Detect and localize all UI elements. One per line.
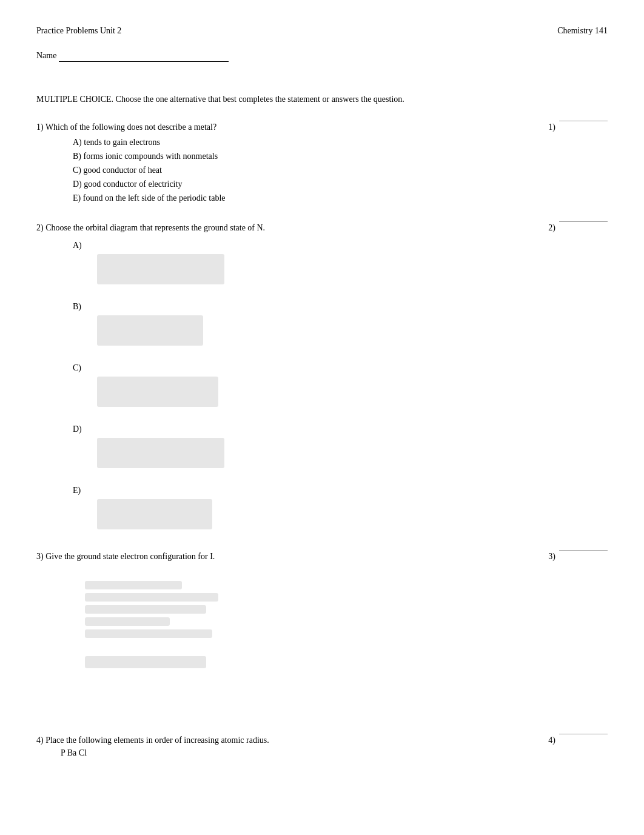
header-right: Chemistry 141: [557, 24, 608, 37]
answer-line-blur-3: [85, 605, 206, 614]
orbital-image-b: [97, 315, 203, 346]
name-underline[interactable]: [59, 61, 229, 62]
instruction: MULTIPLE CHOICE. Choose the one alternat…: [36, 93, 608, 106]
orbital-label-e: E): [73, 484, 608, 497]
question-4-subtext: P Ba Cl: [61, 748, 87, 757]
option-1b: B) forms ionic compounds with nonmetals: [73, 150, 608, 163]
question-3-header: 3) Give the ground state electron config…: [36, 550, 608, 563]
name-label: Name: [36, 51, 56, 60]
answer-content-block: [85, 581, 608, 638]
answer-line-blur-4: [85, 617, 170, 626]
question-3: 3) Give the ground state electron config…: [36, 550, 608, 668]
answer-line-2: [559, 221, 608, 222]
header-left: Practice Problems Unit 2: [36, 24, 121, 37]
spacer: [36, 685, 608, 722]
orbital-option-e: E): [73, 484, 608, 533]
question-1-header: 1) Which of the following does not descr…: [36, 121, 608, 133]
question-4: 4) Place the following elements in order…: [36, 734, 608, 765]
orbital-label-d: D): [73, 423, 608, 435]
question-2-number: 2): [548, 221, 608, 234]
question-3-text: 3) Give the ground state electron config…: [36, 550, 548, 563]
orbital-image-a: [97, 254, 224, 284]
orbital-image-c: [97, 377, 218, 407]
orbital-label-a: A): [73, 239, 608, 252]
answer-line-blur-2: [85, 593, 218, 602]
orbital-option-a: A): [73, 239, 608, 288]
question-3-answer-area: [85, 581, 608, 668]
question-2: 2) Choose the orbital diagram that repre…: [36, 221, 608, 533]
orbital-image-d: [97, 438, 224, 468]
page-header: Practice Problems Unit 2 Chemistry 141: [36, 24, 608, 37]
question-1-number: 1): [548, 121, 608, 133]
orbital-label-c: C): [73, 361, 608, 374]
answer-line-blur-5: [85, 629, 212, 638]
answer-line-4: [559, 734, 608, 734]
question-4-number: 4): [548, 734, 608, 746]
answer-line-blur-1: [85, 581, 182, 589]
orbital-image-e: [97, 499, 212, 529]
question-4-header: 4) Place the following elements in order…: [36, 734, 608, 759]
option-1a: A) tends to gain electrons: [73, 136, 608, 149]
question-2-header: 2) Choose the orbital diagram that repre…: [36, 221, 608, 234]
orbital-option-d: D): [73, 423, 608, 472]
answer-line-3: [559, 550, 608, 551]
question-1-options: A) tends to gain electrons B) forms ioni…: [73, 136, 608, 204]
question-1-text: 1) Which of the following does not descr…: [36, 121, 548, 133]
option-1d: D) good conductor of electricity: [73, 178, 608, 190]
orbital-option-b: B): [73, 300, 608, 349]
option-1c: C) good conductor of heat: [73, 164, 608, 176]
answer-box-blur: [85, 656, 206, 668]
answer-box-area: [85, 656, 608, 668]
answer-line-1: [559, 121, 608, 121]
orbital-label-b: B): [73, 300, 608, 313]
name-line: Name: [36, 49, 608, 62]
orbital-options: A) B) C) D) E): [73, 239, 608, 533]
question-1: 1) Which of the following does not descr…: [36, 121, 608, 204]
option-1e: E) found on the left side of the periodi…: [73, 192, 608, 204]
question-3-number: 3): [548, 550, 608, 563]
question-4-text: 4) Place the following elements in order…: [36, 734, 548, 759]
question-2-text: 2) Choose the orbital diagram that repre…: [36, 221, 548, 234]
orbital-option-c: C): [73, 361, 608, 411]
